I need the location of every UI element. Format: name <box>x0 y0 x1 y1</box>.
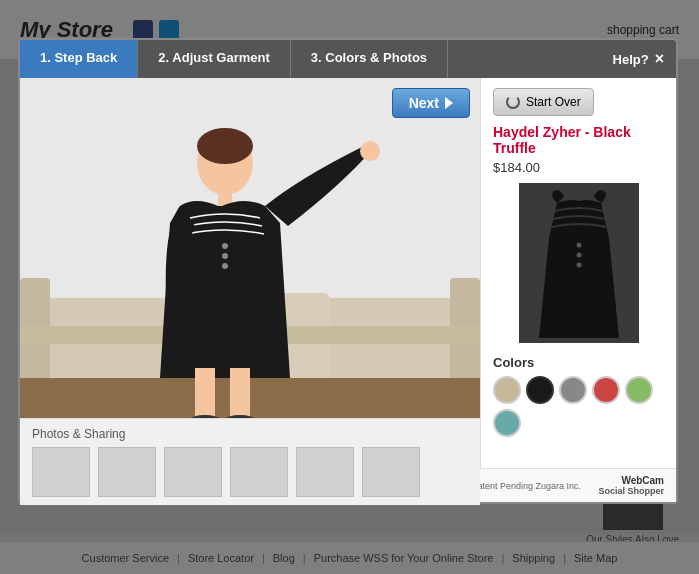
modal-help-close: Help? × <box>601 40 676 78</box>
svg-point-21 <box>576 243 581 248</box>
product-image <box>519 183 639 343</box>
modal-overlay: 1. Step Back 2. Adjust Garment 3. Colors… <box>0 0 699 574</box>
tab-step-back[interactable]: 1. Step Back <box>20 40 138 78</box>
color-swatch-red[interactable] <box>592 376 620 404</box>
svg-point-22 <box>576 253 581 258</box>
color-swatch-beige[interactable] <box>493 376 521 404</box>
next-button[interactable]: Next <box>392 88 470 118</box>
info-panel: Start Over Haydel Zyher - Black Truffle … <box>481 78 676 468</box>
photo-thumb-1[interactable] <box>32 447 90 497</box>
modal-tabs: 1. Step Back 2. Adjust Garment 3. Colors… <box>20 40 676 78</box>
svg-point-13 <box>222 253 228 259</box>
color-swatch-gray[interactable] <box>559 376 587 404</box>
svg-point-14 <box>222 263 228 269</box>
photo-thumb-2[interactable] <box>98 447 156 497</box>
svg-point-12 <box>222 243 228 249</box>
next-arrow-icon <box>445 97 453 109</box>
model-photo: Next <box>20 78 480 418</box>
photo-thumb-3[interactable] <box>164 447 222 497</box>
svg-point-15 <box>360 141 380 161</box>
virtual-fitting-modal: 1. Step Back 2. Adjust Garment 3. Colors… <box>18 38 678 504</box>
refresh-icon <box>506 95 520 109</box>
color-swatches <box>493 376 664 437</box>
color-swatch-black[interactable] <box>526 376 554 404</box>
photo-thumb-4[interactable] <box>230 447 288 497</box>
photos-sharing-section: Photos & Sharing <box>20 418 480 505</box>
product-dress-svg <box>519 183 639 343</box>
svg-rect-17 <box>230 368 250 418</box>
tab-colors-photos[interactable]: 3. Colors & Photos <box>291 40 448 78</box>
color-swatch-teal[interactable] <box>493 409 521 437</box>
model-svg <box>20 78 480 418</box>
svg-point-10 <box>197 128 253 164</box>
close-button[interactable]: × <box>655 50 664 68</box>
photo-panel: Next Photos & Sharing <box>20 78 481 468</box>
svg-rect-16 <box>195 368 215 418</box>
color-swatch-green[interactable] <box>625 376 653 404</box>
tab-adjust-garment[interactable]: 2. Adjust Garment <box>138 40 290 78</box>
webcam-badge: WebCam Social Shopper <box>598 475 664 496</box>
svg-point-23 <box>576 263 581 268</box>
product-name: Haydel Zyher - Black Truffle <box>493 124 664 156</box>
photo-thumb-5[interactable] <box>296 447 354 497</box>
product-price: $184.00 <box>493 160 664 175</box>
photos-sharing-label: Photos & Sharing <box>32 427 468 441</box>
photo-thumb-6[interactable] <box>362 447 420 497</box>
help-button[interactable]: Help? <box>613 52 649 67</box>
colors-label: Colors <box>493 355 664 370</box>
photo-thumbnails <box>32 447 468 497</box>
modal-body: Next Photos & Sharing <box>20 78 676 468</box>
start-over-button[interactable]: Start Over <box>493 88 594 116</box>
